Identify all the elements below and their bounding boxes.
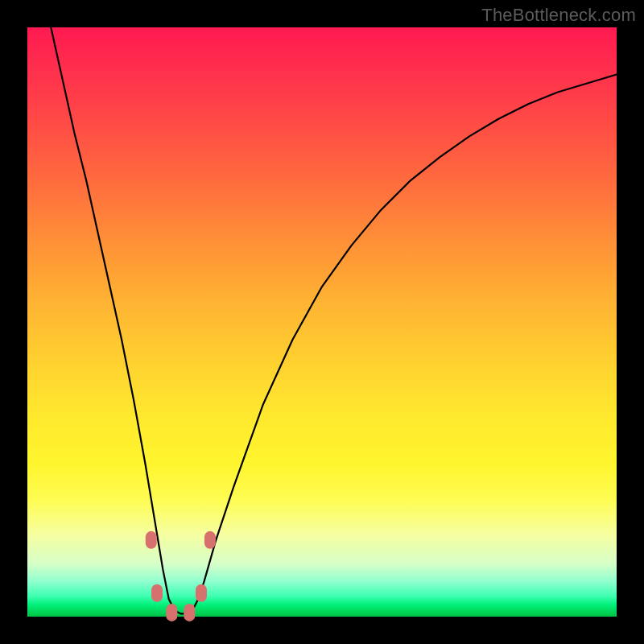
bottleneck-curve (51, 27, 617, 613)
curve-marker (151, 584, 163, 602)
curve-marker (204, 531, 216, 549)
curve-marker (166, 604, 177, 621)
chart-plot-area (27, 27, 617, 617)
curve-marker (146, 531, 157, 549)
chart-svg (27, 27, 617, 617)
attribution-text: TheBottleneck.com (481, 5, 636, 26)
curve-marker (184, 604, 195, 621)
curve-marker (196, 584, 207, 602)
